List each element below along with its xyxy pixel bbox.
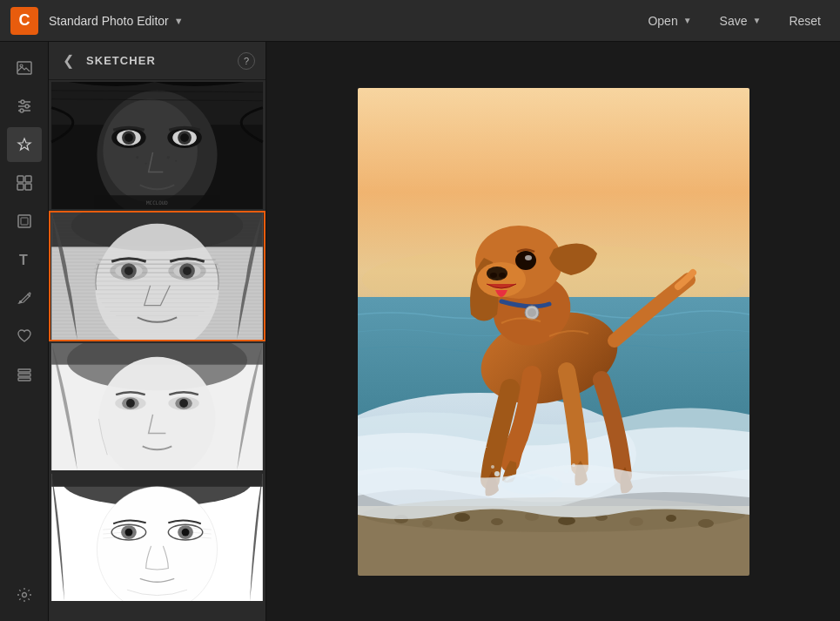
svg-point-101 bbox=[422, 520, 433, 527]
svg-rect-12 bbox=[18, 215, 30, 227]
topbar: C Standard Photo Editor ▼ Open ▼ Save ▼ … bbox=[0, 0, 840, 42]
tool-favorites[interactable] bbox=[7, 319, 42, 354]
tool-settings[interactable] bbox=[7, 577, 42, 612]
sketch-item-3[interactable] bbox=[49, 341, 265, 472]
open-label: Open bbox=[648, 14, 677, 28]
svg-rect-10 bbox=[17, 184, 24, 190]
svg-point-118 bbox=[525, 255, 532, 260]
svg-point-93 bbox=[182, 529, 190, 537]
svg-point-120 bbox=[528, 308, 536, 317]
svg-rect-80 bbox=[51, 474, 263, 487]
panel-back-button[interactable]: ❮ bbox=[59, 49, 77, 72]
save-chevron-icon: ▼ bbox=[753, 16, 762, 25]
svg-point-5 bbox=[21, 100, 24, 104]
app-title: Standard Photo Editor bbox=[49, 14, 169, 28]
svg-rect-17 bbox=[18, 378, 30, 381]
svg-rect-16 bbox=[18, 374, 30, 376]
icon-bar: T bbox=[0, 42, 49, 621]
panel-title: SKETCHER bbox=[86, 54, 229, 67]
svg-rect-9 bbox=[25, 176, 31, 182]
svg-rect-11 bbox=[25, 184, 31, 190]
open-button[interactable]: Open ▼ bbox=[639, 9, 700, 33]
tool-draw[interactable] bbox=[7, 280, 42, 315]
svg-rect-13 bbox=[21, 218, 28, 225]
svg-point-122 bbox=[494, 471, 500, 476]
tool-frame[interactable] bbox=[7, 204, 42, 239]
svg-point-77 bbox=[179, 399, 188, 408]
svg-point-31 bbox=[136, 156, 138, 159]
svg-point-116 bbox=[499, 273, 506, 278]
svg-point-33 bbox=[167, 156, 170, 159]
main-area: T bbox=[0, 42, 840, 621]
app-logo: C bbox=[10, 7, 38, 35]
photo-container bbox=[358, 88, 749, 576]
panel-help-button[interactable]: ? bbox=[238, 52, 255, 70]
sketch-item-2[interactable] bbox=[49, 211, 265, 341]
panel-header: ❮ SKETCHER ? bbox=[49, 42, 265, 80]
svg-point-103 bbox=[491, 518, 503, 525]
sketch-item-4[interactable] bbox=[49, 472, 265, 603]
svg-point-7 bbox=[20, 109, 24, 112]
tool-text[interactable]: T bbox=[7, 242, 42, 277]
open-chevron-icon: ▼ bbox=[683, 16, 692, 25]
tool-layers[interactable] bbox=[7, 357, 42, 392]
svg-point-76 bbox=[126, 399, 135, 408]
svg-point-1 bbox=[20, 64, 23, 67]
svg-point-30 bbox=[180, 133, 189, 142]
svg-point-29 bbox=[124, 133, 133, 142]
svg-text:MCCLOUD: MCCLOUD bbox=[146, 200, 168, 206]
svg-point-108 bbox=[666, 515, 676, 522]
title-chevron-icon: ▼ bbox=[174, 16, 184, 26]
svg-rect-0 bbox=[17, 62, 31, 74]
save-button[interactable]: Save ▼ bbox=[711, 9, 770, 33]
tool-adjustments[interactable] bbox=[7, 89, 42, 124]
svg-text:T: T bbox=[19, 253, 28, 267]
svg-point-32 bbox=[145, 163, 147, 165]
svg-point-107 bbox=[629, 517, 643, 526]
svg-point-6 bbox=[25, 105, 29, 108]
svg-point-102 bbox=[454, 513, 470, 522]
svg-rect-15 bbox=[18, 369, 30, 372]
svg-point-18 bbox=[22, 593, 26, 597]
reset-button[interactable]: Reset bbox=[780, 9, 830, 33]
sketch-item-1[interactable]: MCCLOUD bbox=[49, 80, 265, 211]
sketcher-panel: ❮ SKETCHER ? bbox=[49, 42, 266, 621]
tool-image[interactable] bbox=[7, 51, 42, 85]
reset-label: Reset bbox=[789, 14, 821, 28]
svg-point-34 bbox=[175, 160, 177, 162]
svg-point-117 bbox=[515, 251, 536, 270]
tool-panels[interactable] bbox=[7, 165, 42, 200]
svg-point-115 bbox=[490, 273, 497, 278]
svg-point-22 bbox=[103, 99, 198, 202]
tool-effects[interactable] bbox=[7, 127, 42, 162]
svg-point-105 bbox=[558, 516, 575, 525]
sketcher-grid: MCCLOUD bbox=[49, 80, 265, 621]
save-label: Save bbox=[720, 14, 748, 28]
canvas-area bbox=[266, 42, 840, 621]
svg-rect-8 bbox=[17, 176, 24, 182]
main-photo bbox=[358, 88, 749, 576]
svg-point-109 bbox=[698, 519, 714, 528]
svg-point-66 bbox=[124, 267, 133, 275]
svg-point-92 bbox=[125, 529, 133, 537]
svg-point-67 bbox=[183, 267, 192, 275]
svg-point-124 bbox=[491, 465, 494, 469]
app-title-dropdown[interactable]: Standard Photo Editor ▼ bbox=[49, 14, 184, 28]
